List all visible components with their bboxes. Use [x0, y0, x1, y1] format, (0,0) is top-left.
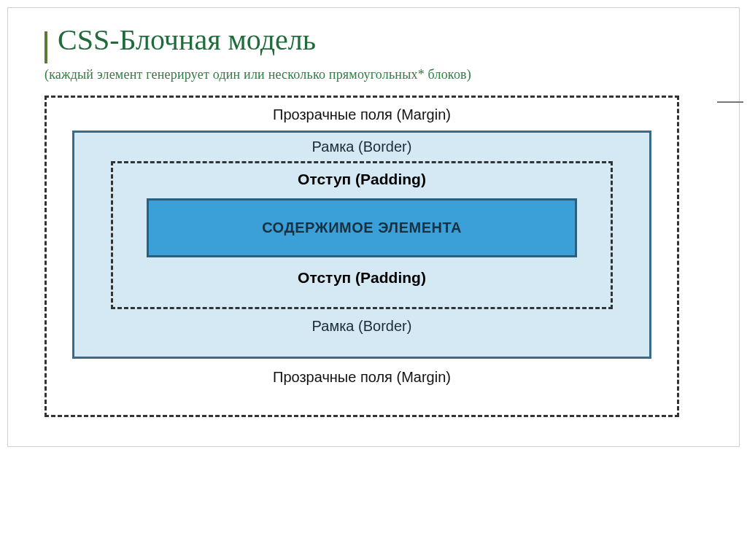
decorative-dash [717, 101, 743, 103]
padding-label-bottom: Отступ (Padding) [147, 257, 577, 288]
slide-subtitle: (каждый элемент генерирует один или неск… [44, 67, 717, 82]
margin-label-top: Прозрачные поля (Margin) [72, 102, 651, 131]
border-label-top: Рамка (Border) [111, 136, 613, 161]
title-accent-bar [44, 31, 47, 63]
content-layer: СОДЕРЖИМОЕ ЭЛЕМЕНТА [147, 198, 577, 257]
margin-layer: Прозрачные поля (Margin) Рамка (Border) … [44, 96, 679, 417]
padding-layer: Отступ (Padding) СОДЕРЖИМОЕ ЭЛЕМЕНТА Отс… [111, 161, 613, 309]
margin-label-bottom: Прозрачные поля (Margin) [72, 359, 651, 387]
border-label-bottom: Рамка (Border) [111, 309, 613, 336]
box-model-diagram: Прозрачные поля (Margin) Рамка (Border) … [44, 96, 679, 417]
padding-label-top: Отступ (Padding) [147, 166, 577, 198]
border-layer: Рамка (Border) Отступ (Padding) СОДЕРЖИМ… [72, 131, 651, 359]
slide-frame: CSS-Блочная модель (каждый элемент генер… [7, 7, 740, 447]
slide-title: CSS-Блочная модель [58, 23, 717, 57]
